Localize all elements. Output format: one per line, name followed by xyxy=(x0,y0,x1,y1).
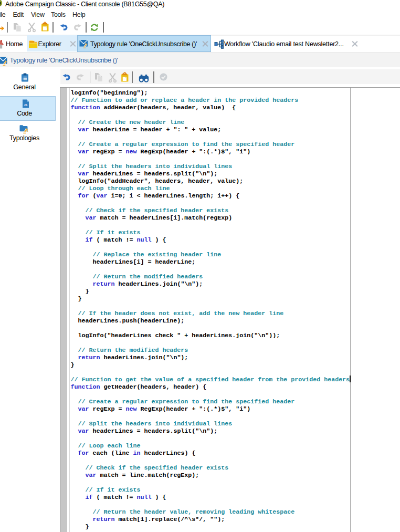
svg-text:JS: JS xyxy=(24,103,27,107)
